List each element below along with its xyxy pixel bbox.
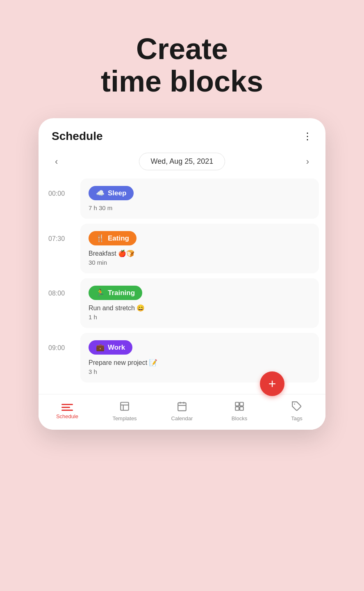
block-tag-sleep: ☁️ Sleep [89,186,134,200]
nav-label-templates: Templates [112,415,136,421]
time-label-2: 08:00 [48,278,77,297]
block-tag-work: 💼 Work [89,340,132,355]
block-card-training[interactable]: 🏃 Training Run and stretch 😄 1 h [80,278,319,328]
date-navigation: ‹ Wed, Aug 25, 2021 › [39,149,325,179]
bottom-navigation: Schedule Templates [39,394,325,430]
nav-item-schedule[interactable]: Schedule [47,403,88,419]
schedule-body: 00:00 ☁️ Sleep 7 h 30 m 07:30 [39,179,325,394]
svg-rect-8 [240,403,243,406]
calendar-icon [177,401,187,413]
nav-label-calendar: Calendar [171,415,193,421]
work-tag-label: Work [108,344,125,352]
time-slot-training: 08:00 🏃 Training Run and stretch 😄 1 h [39,278,325,331]
time-label-3: 09:00 [48,333,77,352]
phone-card-wrapper: Schedule ⋮ ‹ Wed, Aug 25, 2021 › 00:00 ☁… [39,118,325,430]
training-description: Run and stretch 😄 [89,304,311,312]
block-card-sleep[interactable]: ☁️ Sleep 7 h 30 m [80,179,319,219]
svg-rect-7 [235,403,239,406]
templates-icon [119,401,130,413]
training-duration: 1 h [89,314,311,321]
eating-tag-emoji: 🍴 [96,234,105,243]
more-menu-button[interactable]: ⋮ [303,131,312,142]
hero-title: Create time blocks [101,33,263,98]
nav-label-tags: Tags [291,415,302,421]
nav-item-calendar[interactable]: Calendar [162,401,202,421]
eating-tag-label: Eating [108,234,129,243]
nav-label-blocks: Blocks [232,415,247,421]
svg-rect-9 [235,407,239,410]
block-card-eating[interactable]: 🍴 Eating Breakfast 🍎🍞 30 min [80,224,319,273]
work-tag-emoji: 💼 [96,343,105,352]
work-description: Prepare new project 📝 [89,359,311,367]
training-tag-emoji: 🏃 [96,289,105,297]
sleep-tag-emoji: ☁️ [96,189,105,197]
svg-rect-3 [178,403,186,411]
sleep-duration: 7 h 30 m [89,204,311,211]
nav-label-schedule: Schedule [56,413,78,419]
time-label-1: 07:30 [48,224,77,243]
svg-rect-10 [240,407,243,410]
card-title: Schedule [52,130,102,143]
block-tag-training: 🏃 Training [89,286,142,300]
nav-item-blocks[interactable]: Blocks [219,401,260,421]
eating-description: Breakfast 🍎🍞 [89,250,311,257]
date-picker-button[interactable]: Wed, Aug 25, 2021 [139,153,225,170]
hero-section: Create time blocks [101,0,263,118]
prev-date-button[interactable]: ‹ [52,155,61,169]
training-tag-label: Training [108,289,135,297]
tags-icon [291,401,302,413]
blocks-icon [234,401,245,413]
time-label-0: 00:00 [48,179,77,197]
sleep-tag-label: Sleep [108,189,126,197]
time-slot-eating: 07:30 🍴 Eating Breakfast 🍎🍞 30 min [39,224,325,277]
time-slot-sleep: 00:00 ☁️ Sleep 7 h 30 m [39,179,325,222]
schedule-icon [61,403,73,411]
eating-duration: 30 min [89,259,311,266]
add-block-fab[interactable]: + [260,371,284,396]
block-card-work[interactable]: 💼 Work Prepare new project 📝 3 h [80,333,319,383]
card-header: Schedule ⋮ [39,118,325,149]
svg-rect-0 [121,403,129,411]
next-date-button[interactable]: › [303,155,312,169]
nav-item-tags[interactable]: Tags [276,401,317,421]
nav-item-templates[interactable]: Templates [104,401,145,421]
block-tag-eating: 🍴 Eating [89,231,136,245]
